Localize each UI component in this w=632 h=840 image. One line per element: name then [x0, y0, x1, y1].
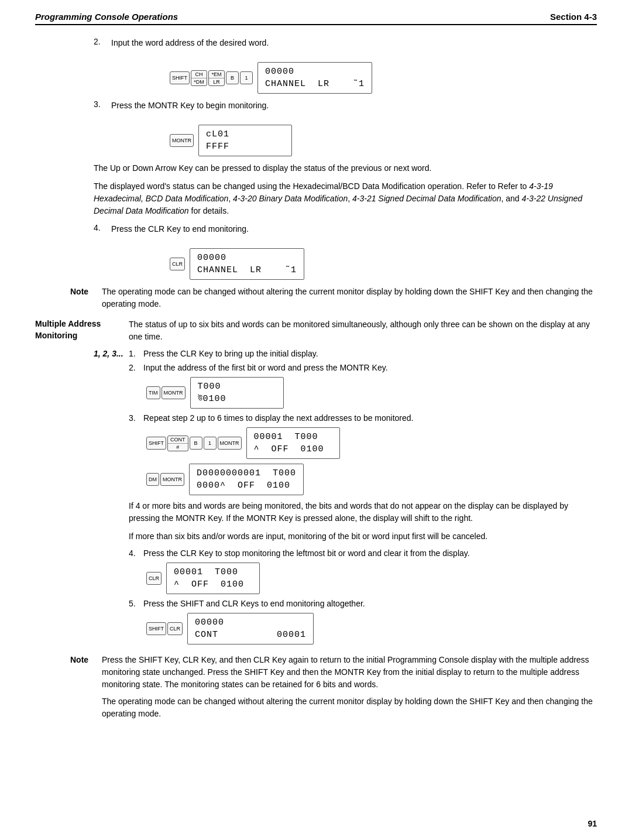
shift-key[interactable]: SHIFT	[170, 71, 190, 84]
lcd-sub3a: 00001 T000 ^ OFF 0100	[246, 427, 340, 459]
sub4-text: Press the CLR Key to stop monitoring the…	[143, 548, 470, 558]
note2-label: Note	[70, 654, 96, 720]
dm-key[interactable]: DM	[146, 473, 159, 486]
b-key-sub3[interactable]: B	[190, 437, 202, 450]
lcd-sub3a-line1: 00001 T000	[254, 431, 332, 443]
lcd-sub3b-line1: D0000000001 T000	[197, 467, 296, 479]
clr-key-sub5[interactable]: CLR	[167, 622, 183, 635]
sub2-keys: TIM MONTR	[146, 386, 186, 399]
para2-text: The displayed word's status can be chang…	[94, 181, 582, 215]
1-key[interactable]: 1	[240, 71, 253, 84]
lcd-step4: 00000 CHANNEL LR ˜1	[190, 248, 304, 280]
para1-block: The Up or Down Arrow Key can be pressed …	[35, 162, 597, 174]
shift-key-sub3[interactable]: SHIFT	[146, 437, 166, 450]
ref2: 4-3-20 Binary Data Modification	[233, 194, 348, 203]
1-key-sub3[interactable]: 1	[204, 437, 217, 450]
montr-key-sub3b[interactable]: MONTR	[160, 473, 184, 486]
para3-text: If 4 or more bits and words are being mo…	[129, 501, 568, 523]
lcd4-line1: 00000	[197, 252, 297, 264]
step-3-content: Press the MONTR Key to begin monitoring.	[111, 100, 597, 112]
lcd-sub2-line1: T000	[198, 380, 276, 393]
page-number: 91	[588, 819, 597, 828]
multiple-address-label-text: Multiple AddressMonitoring	[35, 319, 101, 340]
note2-text2: The operating mode can be changed withou…	[102, 695, 597, 720]
sub4-display-wrap: CLR 00001 T000 ^ OFF 0100	[146, 563, 597, 594]
sub5-text: Press the SHIFT and CLR Keys to end moni…	[143, 599, 365, 608]
sub3-text: Repeat step 2 up to 6 times to display t…	[143, 413, 414, 423]
lcd-sub5-line2: CONT 00001	[195, 629, 306, 641]
shift-key-sub5[interactable]: SHIFT	[146, 622, 166, 635]
num-label-text: 1, 2, 3...	[94, 349, 123, 358]
sub2-display-wrap: TIM MONTR T000 উ0100	[146, 377, 597, 409]
sub4-keys: CLR	[146, 572, 162, 585]
step3-display-wrap: MONTR cL01 FFFF	[35, 125, 597, 156]
para4-text: If more than six bits and/or words are i…	[129, 532, 487, 541]
sub5-keys: SHIFT CLR	[146, 622, 183, 635]
em-lr-key[interactable]: *EM LR	[208, 70, 225, 86]
sub5-num: 5.	[129, 599, 143, 608]
para4-block: If more than six bits and/or words are i…	[129, 530, 597, 543]
lcd-sub3b-line2: 0000^ OFF 0100	[197, 479, 296, 492]
para2-block: The displayed word's status can be chang…	[35, 180, 597, 217]
step4-display-wrap: CLR 00000 CHANNEL LR ˜1	[35, 248, 597, 280]
lcd4-line2: CHANNEL LR ˜1	[197, 264, 297, 276]
step-3-text: Press the MONTR Key to begin monitoring.	[111, 100, 597, 112]
step-2-text: Input the word address of the desired wo…	[111, 37, 597, 49]
step3-keys: MONTR	[170, 134, 194, 147]
sub3-display-wrap1: SHIFT CONT # B 1 MONTR 00001 T000 ^ OFF …	[146, 427, 597, 459]
lcd-sub4: 00001 T000 ^ OFF 0100	[166, 563, 260, 594]
note2-text-wrap: Press the SHIFT Key, CLR Key, and then C…	[102, 654, 597, 720]
lcd2-line1: 00000	[265, 66, 365, 78]
step-4-block: 4. Press the CLR Key to end monitoring.	[35, 223, 597, 235]
sub4-block: 4. Press the CLR Key to stop monitoring …	[129, 548, 597, 558]
sub3-num: 3.	[129, 413, 143, 423]
lcd-sub5: 00000 CONT 00001	[187, 613, 314, 644]
lcd2-line2: CHANNEL LR ˜1	[265, 78, 365, 90]
lcd-sub4-line2: ^ OFF 0100	[174, 578, 252, 591]
ch-dm-key[interactable]: CH *DM	[191, 70, 207, 86]
clr-key-sub4[interactable]: CLR	[146, 572, 162, 585]
step-3-num: 3.	[94, 100, 111, 112]
note1-text: The operating mode can be changed withou…	[102, 286, 597, 310]
sub3-display-wrap2: DM MONTR D0000000001 T000 0000^ OFF 0100	[146, 464, 597, 495]
multiple-address-text: The status of up to six bits and words c…	[129, 320, 590, 341]
note1-block: Note The operating mode can be changed w…	[35, 286, 597, 310]
num-label-content: 1. Press the CLR Key to bring up the ini…	[129, 349, 597, 649]
lcd3-line1: cL01	[206, 128, 284, 140]
sub2-text: Input the address of the first bit or wo…	[143, 363, 388, 372]
note2-text1: Press the SHIFT Key, CLR Key, and then C…	[102, 654, 597, 691]
lcd-sub4-line1: 00001 T000	[174, 566, 252, 578]
sub2-num: 2.	[129, 363, 143, 372]
header-title: Programming Console Operations	[35, 12, 178, 22]
b-key[interactable]: B	[226, 71, 239, 84]
lcd-step3: cL01 FFFF	[198, 125, 292, 156]
step-4-num: 4.	[94, 223, 111, 235]
step-4-text: Press the CLR Key to end monitoring.	[111, 223, 597, 235]
sub1-text: Press the CLR Key to bring up the initia…	[143, 349, 318, 358]
step-2-num: 2.	[94, 37, 111, 49]
lcd-sub3b: D0000000001 T000 0000^ OFF 0100	[189, 464, 304, 495]
lcd-sub2: T000 উ0100	[190, 377, 284, 409]
lcd-sub2-line2: উ0100	[198, 393, 276, 405]
multiple-address-content: The status of up to six bits and words c…	[129, 318, 597, 343]
montr-key-3[interactable]: MONTR	[170, 134, 194, 147]
sub2-block: 2. Input the address of the first bit or…	[129, 363, 597, 372]
step-2-content: Input the word address of the desired wo…	[111, 37, 597, 49]
montr-key-sub2[interactable]: MONTR	[162, 386, 186, 399]
lcd3-line2: FFFF	[206, 140, 284, 153]
step-2-block: 2. Input the word address of the desired…	[35, 37, 597, 49]
num-label-row: 1, 2, 3... 1. Press the CLR Key to bring…	[35, 349, 597, 649]
content-area: 2. Input the word address of the desired…	[35, 37, 597, 728]
montr-key-sub3a[interactable]: MONTR	[218, 437, 242, 450]
sub1-num: 1.	[129, 349, 143, 358]
section-label: Section 4-3	[550, 12, 597, 22]
note1-label: Note	[70, 286, 96, 310]
step2-keys: SHIFT CH *DM *EM LR B 1	[170, 70, 253, 86]
sub3-keys2: DM MONTR	[146, 473, 184, 486]
step4-keys: CLR	[170, 258, 185, 270]
tim-key[interactable]: TIM	[146, 386, 160, 399]
cont-key-sub3[interactable]: CONT #	[167, 436, 188, 451]
multiple-address-row: Multiple AddressMonitoring The status of…	[35, 318, 597, 343]
clr-key-4[interactable]: CLR	[170, 258, 185, 270]
page: Programming Console Operations Section 4…	[0, 0, 632, 840]
